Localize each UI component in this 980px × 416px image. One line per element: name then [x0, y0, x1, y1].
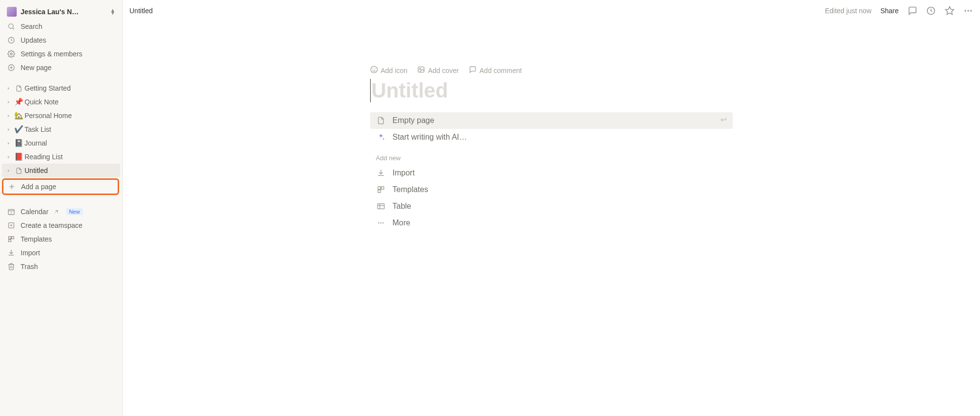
svg-text:2: 2: [10, 211, 12, 214]
sidebar-page-item[interactable]: 📓Journal: [2, 136, 120, 150]
templates-label: Templates: [21, 235, 52, 243]
share-button[interactable]: Share: [880, 7, 899, 15]
calendar-button[interactable]: 2 Calendar New: [2, 205, 120, 219]
add-page-button[interactable]: Add a page: [3, 180, 118, 194]
trash-button[interactable]: Trash: [2, 260, 120, 273]
calendar-label: Calendar: [21, 208, 49, 216]
external-link-icon: [53, 207, 59, 216]
chevron-right-icon[interactable]: [4, 84, 13, 93]
import-icon: [376, 168, 386, 178]
svg-rect-29: [381, 187, 383, 189]
add-page-highlight: Add a page: [2, 178, 119, 195]
updates-button[interactable]: Updates: [2, 33, 120, 47]
new-page-label: New page: [21, 64, 51, 72]
table-option[interactable]: Table: [370, 198, 733, 215]
chevron-right-icon[interactable]: [4, 111, 13, 120]
svg-point-23: [371, 66, 377, 73]
more-option-label: More: [393, 219, 410, 227]
sidebar-page-item[interactable]: Untitled: [2, 164, 120, 177]
chevron-right-icon[interactable]: [4, 166, 13, 175]
chevron-right-icon[interactable]: [4, 125, 13, 134]
empty-page-option[interactable]: Empty page: [370, 112, 733, 129]
page-title-input[interactable]: [370, 79, 733, 102]
enter-icon: [719, 116, 727, 125]
add-cover-label: Add cover: [428, 67, 459, 74]
search-button[interactable]: Search: [2, 20, 120, 33]
history-button[interactable]: [926, 6, 936, 16]
calendar-icon: 2: [7, 207, 16, 216]
chevron-right-icon[interactable]: [4, 152, 13, 161]
workspace-avatar: [7, 7, 17, 17]
svg-point-3: [10, 53, 12, 55]
add-comment-button[interactable]: Add comment: [469, 66, 522, 75]
svg-marker-19: [946, 7, 954, 15]
page-list: Getting Started📌Quick Note🏡Personal Home…: [2, 81, 120, 177]
templates-icon: [376, 185, 386, 195]
templates-button[interactable]: Templates: [2, 232, 120, 246]
sidebar-page-item[interactable]: 📌Quick Note: [2, 95, 120, 109]
new-page-button[interactable]: New page: [2, 61, 120, 74]
search-icon: [7, 22, 16, 31]
page-emoji-icon: 📕: [14, 152, 24, 161]
svg-rect-17: [9, 240, 11, 242]
page-label: Quick Note: [25, 98, 117, 106]
page-label: Personal Home: [25, 112, 117, 120]
create-teamspace-button[interactable]: Create a teamspace: [2, 219, 120, 232]
doc-icon: [376, 116, 386, 125]
emoji-icon: [370, 66, 378, 75]
chevron-right-icon[interactable]: [4, 139, 13, 147]
favorite-button[interactable]: [945, 6, 955, 16]
empty-page-label: Empty page: [393, 116, 434, 125]
sidebar-page-item[interactable]: ✔️Task List: [2, 122, 120, 136]
svg-point-24: [373, 69, 374, 70]
page-content: Add icon Add cover Add comment Empty pag…: [370, 22, 733, 231]
main: Untitled Edited just now Share Add icon: [123, 0, 980, 416]
ai-label: Start writing with AI…: [393, 133, 467, 142]
svg-point-20: [965, 10, 966, 11]
comments-button[interactable]: [907, 6, 917, 16]
settings-label: Settings & members: [21, 50, 82, 58]
clock-icon: [7, 36, 16, 45]
teamspace-label: Create a teamspace: [21, 221, 82, 229]
templates-icon: [7, 235, 16, 244]
svg-point-34: [378, 222, 379, 224]
new-badge: New: [66, 208, 83, 215]
gear-icon: [7, 49, 16, 58]
add-new-section-label: Add new: [376, 154, 733, 162]
page-label: Untitled: [25, 167, 117, 174]
ai-option[interactable]: Start writing with AI…: [370, 129, 733, 146]
edited-status: Edited just now: [825, 7, 872, 15]
image-icon: [417, 66, 425, 75]
svg-line-1: [13, 28, 14, 29]
import-option[interactable]: Import: [370, 165, 733, 181]
add-cover-button[interactable]: Add cover: [417, 66, 459, 75]
trash-label: Trash: [21, 263, 38, 270]
add-page-label: Add a page: [21, 183, 56, 191]
table-option-label: Table: [393, 202, 411, 211]
add-icon-button[interactable]: Add icon: [370, 66, 407, 75]
comment-icon: [469, 66, 477, 75]
sidebar-page-item[interactable]: Getting Started: [2, 81, 120, 95]
svg-rect-31: [377, 204, 384, 209]
sidebar: Jessica Lau's N… ▲▼ Search Updates Setti…: [0, 0, 123, 416]
page-options: Empty page Start writing with AI… Add ne…: [370, 112, 733, 231]
page-cover-actions: Add icon Add cover Add comment: [370, 66, 733, 75]
templates-option-label: Templates: [393, 185, 428, 194]
page-label: Getting Started: [25, 84, 117, 92]
more-option[interactable]: More: [370, 215, 733, 231]
chevron-right-icon[interactable]: [4, 98, 13, 106]
sidebar-page-item[interactable]: 📕Reading List: [2, 150, 120, 164]
updates-label: Updates: [21, 36, 46, 44]
page-emoji-icon: ✔️: [14, 125, 24, 134]
svg-point-27: [420, 68, 421, 70]
more-button[interactable]: [963, 6, 973, 16]
workspace-switcher[interactable]: Jessica Lau's N… ▲▼: [2, 4, 120, 20]
page-emoji-icon: 📓: [14, 139, 24, 147]
settings-button[interactable]: Settings & members: [2, 47, 120, 61]
import-button[interactable]: Import: [2, 246, 120, 260]
templates-option[interactable]: Templates: [370, 181, 733, 198]
breadcrumb[interactable]: Untitled: [129, 7, 152, 15]
add-comment-label: Add comment: [479, 67, 522, 74]
sidebar-page-item[interactable]: 🏡Personal Home: [2, 109, 120, 122]
teamspace-icon: [7, 221, 16, 230]
